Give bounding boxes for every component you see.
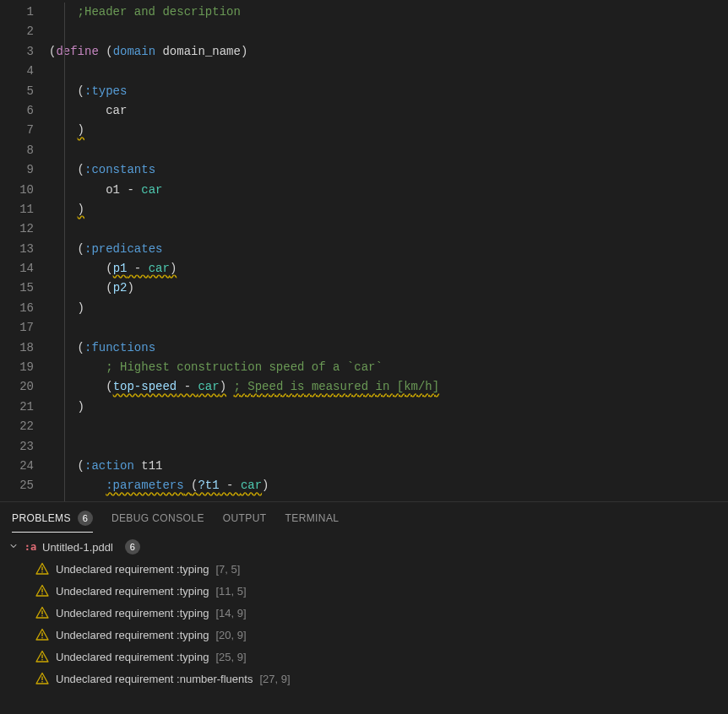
code-line[interactable]: (:functions bbox=[49, 338, 728, 358]
define-keyword: define bbox=[56, 45, 98, 58]
predicate-name: p2 bbox=[113, 281, 128, 295]
panel-tab-bar: PROBLEMS 6 DEBUG CONSOLE OUTPUT TERMINAL bbox=[0, 502, 728, 533]
line-number: 16 bbox=[0, 299, 49, 318]
line-number: 20 bbox=[0, 377, 49, 397]
warning-icon bbox=[35, 672, 49, 685]
tab-problems[interactable]: PROBLEMS 6 bbox=[12, 502, 93, 533]
code-line[interactable]: (:constants bbox=[49, 160, 728, 180]
problems-count-badge: 6 bbox=[78, 511, 93, 526]
tab-debug-console-label: DEBUG CONSOLE bbox=[111, 512, 204, 524]
svg-rect-0 bbox=[41, 567, 42, 571]
code-line[interactable] bbox=[49, 417, 728, 436]
problem-row[interactable]: Undeclared requirement :typing[7, 5] bbox=[7, 558, 721, 580]
constants-keyword: :constants bbox=[84, 163, 155, 176]
chevron-down-icon bbox=[8, 541, 19, 554]
problem-message: Undeclared requirement :typing bbox=[56, 651, 209, 663]
code-line[interactable]: car bbox=[49, 101, 728, 121]
problem-file-row[interactable]: :a Untitled-1.pddl 6 bbox=[7, 536, 721, 558]
action-name: t11 bbox=[141, 459, 162, 473]
code-line[interactable]: ) bbox=[49, 299, 728, 318]
problem-row[interactable]: Undeclared requirement :typing[25, 9] bbox=[7, 646, 721, 668]
problem-location: [7, 5] bbox=[215, 563, 240, 576]
code-line[interactable] bbox=[49, 141, 728, 160]
bottom-panel: PROBLEMS 6 DEBUG CONSOLE OUTPUT TERMINAL… bbox=[0, 501, 728, 714]
code-line[interactable]: (:action t11 bbox=[49, 457, 728, 476]
warning-icon bbox=[35, 584, 49, 598]
code-line[interactable]: (define (domain domain_name) bbox=[49, 42, 728, 62]
problem-message: Undeclared requirement :number-fluents bbox=[56, 673, 253, 685]
problems-list: :a Untitled-1.pddl 6 Undeclared requirem… bbox=[0, 533, 728, 690]
constant-name: o1 bbox=[106, 183, 120, 197]
warning-icon bbox=[35, 650, 49, 663]
file-problems-count-badge: 6 bbox=[125, 539, 140, 554]
svg-rect-1 bbox=[41, 571, 42, 572]
code-line[interactable]: ) bbox=[49, 121, 728, 140]
code-line[interactable]: :parameters (?t1 - car) bbox=[49, 476, 728, 495]
type-ref: car bbox=[241, 479, 262, 492]
svg-rect-5 bbox=[41, 615, 42, 616]
code-line[interactable]: (p2) bbox=[49, 279, 728, 298]
line-number: 22 bbox=[0, 417, 49, 436]
code-line[interactable]: ) bbox=[49, 398, 728, 417]
problem-location: [11, 5] bbox=[215, 585, 246, 598]
code-line[interactable] bbox=[49, 318, 728, 338]
problem-row[interactable]: Undeclared requirement :typing[11, 5] bbox=[7, 580, 721, 602]
svg-rect-6 bbox=[41, 633, 42, 637]
line-number: 1 bbox=[0, 3, 49, 22]
problem-message: Undeclared requirement :typing bbox=[56, 585, 209, 598]
code-line[interactable] bbox=[49, 62, 728, 81]
line-number: 25 bbox=[0, 476, 49, 495]
type-name: car bbox=[106, 104, 127, 117]
domain-keyword: domain bbox=[113, 45, 155, 58]
code-content[interactable]: ;Header and description (define (domain … bbox=[49, 0, 728, 501]
line-number: 8 bbox=[0, 141, 49, 160]
type-ref: car bbox=[198, 380, 219, 393]
code-line[interactable]: (p1 - car) bbox=[49, 259, 728, 279]
line-number: 18 bbox=[0, 338, 49, 358]
line-number: 14 bbox=[0, 259, 49, 279]
tab-output[interactable]: OUTPUT bbox=[223, 502, 267, 533]
code-line[interactable]: o1 - car bbox=[49, 181, 728, 200]
line-number: 23 bbox=[0, 437, 49, 457]
tab-problems-label: PROBLEMS bbox=[12, 512, 71, 524]
warning-icon bbox=[35, 606, 49, 619]
parameter-var: ?t1 bbox=[198, 479, 219, 492]
svg-rect-3 bbox=[41, 593, 42, 594]
svg-rect-2 bbox=[41, 589, 42, 593]
code-line[interactable]: ) bbox=[49, 200, 728, 219]
tab-terminal[interactable]: TERMINAL bbox=[285, 502, 340, 533]
line-number: 11 bbox=[0, 200, 49, 219]
svg-rect-9 bbox=[41, 659, 42, 660]
line-number: 7 bbox=[0, 121, 49, 140]
problem-location: [27, 9] bbox=[259, 673, 290, 685]
code-line[interactable]: (:predicates bbox=[49, 240, 728, 259]
line-number-gutter: 1234567891011121314151617181920212223242… bbox=[0, 0, 49, 501]
problem-row[interactable]: Undeclared requirement :typing[14, 9] bbox=[7, 602, 721, 624]
code-line[interactable]: (top-speed - car) ; Speed is measured in… bbox=[49, 377, 728, 397]
problem-message: Undeclared requirement :typing bbox=[56, 607, 209, 619]
code-line[interactable]: ; Highest construction speed of a `car` bbox=[49, 358, 728, 377]
line-number: 4 bbox=[0, 62, 49, 81]
problem-message: Undeclared requirement :typing bbox=[56, 563, 209, 576]
problem-message: Undeclared requirement :typing bbox=[56, 629, 209, 641]
line-number: 21 bbox=[0, 398, 49, 417]
line-number: 17 bbox=[0, 318, 49, 338]
line-number: 10 bbox=[0, 181, 49, 200]
problem-row[interactable]: Undeclared requirement :typing[20, 9] bbox=[7, 624, 721, 646]
warning-icon bbox=[35, 562, 49, 576]
code-line[interactable] bbox=[49, 219, 728, 239]
tab-output-label: OUTPUT bbox=[223, 512, 267, 524]
code-line[interactable]: ;Header and description bbox=[49, 3, 728, 22]
code-line[interactable] bbox=[49, 437, 728, 457]
line-number: 19 bbox=[0, 358, 49, 377]
code-line[interactable]: (:types bbox=[49, 82, 728, 101]
svg-rect-7 bbox=[41, 637, 42, 638]
line-number: 5 bbox=[0, 82, 49, 101]
tab-debug-console[interactable]: DEBUG CONSOLE bbox=[111, 502, 204, 533]
svg-rect-4 bbox=[41, 611, 42, 615]
predicates-keyword: :predicates bbox=[84, 242, 162, 256]
line-number: 9 bbox=[0, 160, 49, 180]
problem-file-name: Untitled-1.pddl bbox=[42, 541, 113, 554]
problem-row[interactable]: Undeclared requirement :number-fluents[2… bbox=[7, 668, 721, 690]
code-line[interactable] bbox=[49, 22, 728, 41]
